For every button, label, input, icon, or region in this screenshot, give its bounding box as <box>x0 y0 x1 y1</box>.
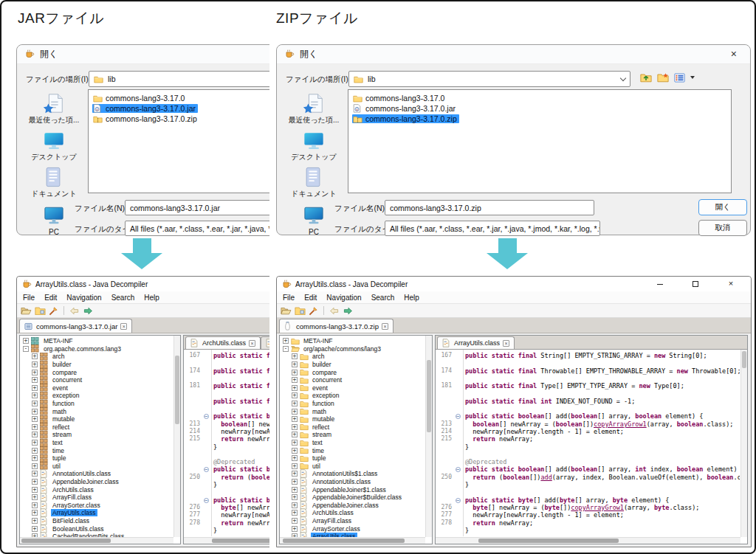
sidebar-item-desktop[interactable]: デスクトップ <box>291 128 336 162</box>
source-tab[interactable]: ArchUtils.class× <box>185 336 261 349</box>
sidebar-item-documents[interactable]: ドキュメント <box>31 165 76 199</box>
archive-tab[interactable]: commons-lang3-3.17.0.zip × <box>279 319 394 333</box>
up-one-level-icon[interactable] <box>640 72 652 83</box>
file-item[interactable]: commons-lang3-3.17.0.jar <box>92 103 269 114</box>
expander-icon[interactable]: + <box>292 370 298 375</box>
file-type-select[interactable]: All files (*.aar, *.class, *.ear, *.jar,… <box>125 221 269 236</box>
tree-item[interactable]: +compare <box>280 368 425 376</box>
minimize-icon[interactable] <box>655 279 665 285</box>
tree-item[interactable]: +tuple <box>280 454 425 463</box>
expander-icon[interactable]: + <box>292 487 298 493</box>
tab-close-icon[interactable]: × <box>503 340 509 347</box>
sidebar-item-pc[interactable]: PC <box>43 201 65 236</box>
tree-item[interactable]: +arch <box>280 353 425 361</box>
tree-item[interactable]: +math <box>20 407 173 415</box>
expander-icon[interactable]: + <box>292 494 298 500</box>
source-tab[interactable]: ArrayUti <box>261 336 269 349</box>
file-item[interactable]: commons-lang3-3.17.0.zip <box>352 114 731 124</box>
expander-icon[interactable]: + <box>292 416 298 422</box>
tree-vertical-scrollbar[interactable] <box>425 336 432 537</box>
cancel-button[interactable]: 取消 <box>698 220 747 236</box>
menu-navigation[interactable]: Navigation <box>66 294 101 302</box>
expander-icon[interactable]: + <box>32 518 38 524</box>
tree-item[interactable]: +reflect <box>280 423 425 432</box>
menu-navigation[interactable]: Navigation <box>326 294 361 302</box>
file-location-combobox[interactable]: lib <box>348 71 630 87</box>
expander-icon[interactable]: + <box>292 361 298 367</box>
expander-icon[interactable]: + <box>292 432 298 437</box>
tab-close-icon[interactable]: × <box>382 323 388 330</box>
tree-item[interactable]: +concurrent <box>280 376 425 384</box>
fold-collapse-icon[interactable]: − <box>456 414 461 419</box>
tree-item[interactable]: +time <box>20 446 173 454</box>
fold-collapse-icon[interactable]: − <box>456 498 461 503</box>
file-name-input[interactable] <box>385 200 594 215</box>
tree-item[interactable]: +exception <box>280 392 425 400</box>
expander-icon[interactable]: + <box>32 424 38 430</box>
file-type-select[interactable]: All files (*.aar, *.class, *.ear, *.jar,… <box>385 221 600 236</box>
code-horizontal-scrollbar[interactable] <box>184 537 269 544</box>
archive-tab[interactable]: commons-lang3-3.17.0.jar × <box>19 319 132 333</box>
tree-item[interactable]: +tuple <box>20 454 173 463</box>
expander-icon[interactable]: + <box>292 409 298 415</box>
wand-icon[interactable] <box>309 306 318 316</box>
tree-item[interactable]: +mutable <box>20 415 173 423</box>
back-icon[interactable] <box>69 307 80 315</box>
fold-collapse-icon[interactable]: − <box>456 467 461 472</box>
tree-item[interactable]: +reflect <box>20 423 173 432</box>
tree-item[interactable]: +stream <box>20 431 173 439</box>
tree-item[interactable]: +exception <box>20 392 173 400</box>
wand-icon[interactable] <box>49 306 58 316</box>
tree-item[interactable]: +mutable <box>280 415 425 423</box>
expander-icon[interactable]: - <box>23 346 29 352</box>
expander-icon[interactable]: + <box>32 353 38 359</box>
expander-icon[interactable]: + <box>32 361 38 367</box>
menu-search[interactable]: Search <box>371 294 395 302</box>
expander-icon[interactable]: + <box>292 424 298 430</box>
tree-item[interactable]: +function <box>280 400 425 408</box>
expander-icon[interactable]: + <box>292 518 298 524</box>
menu-file[interactable]: File <box>23 294 35 302</box>
expander-icon[interactable]: + <box>292 526 298 532</box>
expander-icon[interactable]: + <box>292 463 298 469</box>
menu-edit[interactable]: Edit <box>44 294 57 302</box>
open-archive-icon[interactable] <box>35 306 46 315</box>
expander-icon[interactable]: + <box>292 401 298 406</box>
expander-icon[interactable]: + <box>292 448 298 454</box>
expander-icon[interactable]: + <box>32 416 38 422</box>
open-button[interactable]: 開く <box>698 199 747 215</box>
tree-item[interactable]: -org.apache.commons.lang3 <box>20 345 173 353</box>
tree-item[interactable]: +builder <box>20 361 173 369</box>
expander-icon[interactable]: + <box>292 479 298 485</box>
tree-item[interactable]: +event <box>20 384 173 392</box>
tree-item[interactable]: +text <box>20 439 173 447</box>
source-tab[interactable]: ArrayUtils.class× <box>437 336 515 349</box>
tree-item[interactable]: +function <box>20 400 173 408</box>
menu-edit[interactable]: Edit <box>304 294 317 302</box>
forward-icon[interactable] <box>83 307 93 315</box>
expander-icon[interactable]: + <box>32 440 38 446</box>
open-file-icon[interactable] <box>281 306 292 315</box>
sidebar-item-pc[interactable]: PC <box>303 201 325 236</box>
expander-icon[interactable]: + <box>32 432 38 437</box>
expander-icon[interactable]: + <box>32 487 38 493</box>
close-icon[interactable]: × <box>731 48 737 60</box>
expander-icon[interactable]: + <box>32 370 38 375</box>
expander-icon[interactable]: + <box>32 455 38 461</box>
expander-icon[interactable]: + <box>32 377 38 383</box>
expander-icon[interactable]: + <box>32 502 38 508</box>
expander-icon[interactable]: + <box>292 377 298 383</box>
tree-item[interactable]: +time <box>280 446 425 454</box>
back-icon[interactable] <box>329 307 340 315</box>
tree-item[interactable]: -org/apache/commons/lang3 <box>280 345 425 353</box>
maximize-icon[interactable] <box>690 279 701 287</box>
code-vertical-scrollbar[interactable] <box>740 350 747 537</box>
menu-search[interactable]: Search <box>111 294 135 302</box>
tree-item[interactable]: +concurrent <box>20 376 173 384</box>
expander-icon[interactable]: + <box>32 510 38 516</box>
tab-close-icon[interactable]: × <box>120 323 127 330</box>
tree-item[interactable]: +builder <box>280 361 425 369</box>
sidebar-item-recent-items[interactable]: 最近使った項... <box>29 91 80 125</box>
sidebar-item-documents[interactable]: ドキュメント <box>291 165 336 199</box>
expander-icon[interactable]: + <box>292 440 298 446</box>
